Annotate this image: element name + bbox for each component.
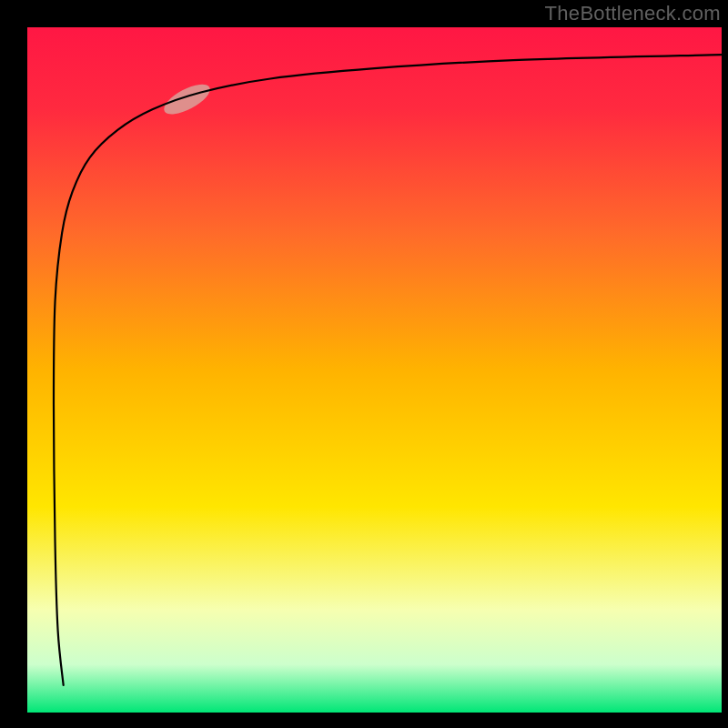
watermark-text: TheBottleneck.com xyxy=(545,2,721,25)
plot-area xyxy=(27,27,722,713)
bottleneck-chart xyxy=(0,0,728,728)
chart-container: TheBottleneck.com xyxy=(0,0,728,728)
